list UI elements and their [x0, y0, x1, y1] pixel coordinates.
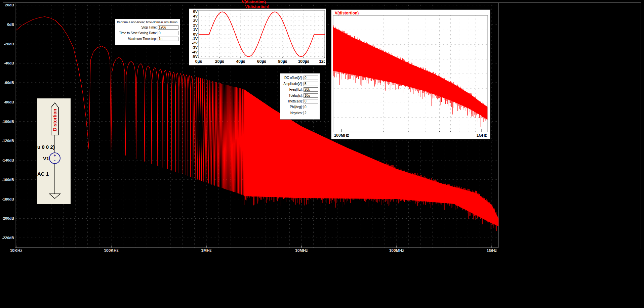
field-row: Stop Time: 120u — [115, 25, 180, 30]
start-saving-label: Time to Start Saving Data: — [119, 31, 157, 35]
stop-time-label: Stop Time: — [141, 26, 157, 29]
main-plot-title: V(distortion) — [230, 0, 277, 4]
transient-settings-dialog: Perform a non-linear, time-domain simula… — [115, 19, 180, 45]
x-tick-label: 120µs — [319, 59, 325, 64]
dialog-caption: Perform a non-linear, time-domain simula… — [115, 19, 180, 24]
y-tick-label: -40dB — [4, 61, 14, 65]
y-tick-label: -3V — [192, 45, 198, 49]
fft-zoom-inset-panel[interactable]: V(distortion) 100MHz1GHz — [331, 9, 490, 139]
start-saving-input[interactable]: 0 — [158, 31, 178, 35]
y-tick-label: 4V — [193, 14, 198, 18]
source-value-text[interactable]: u 0 0 2) — [37, 144, 55, 150]
field-row: Phi[deg]: 0 — [280, 105, 320, 109]
ncycles-label: Ncycles: — [290, 111, 303, 115]
minus-sign: - — [54, 158, 55, 163]
amplitude-input[interactable]: 5 — [304, 82, 318, 86]
y-tick-label: 0dB — [7, 23, 14, 27]
phi-label: Phi[deg]: — [290, 105, 303, 109]
tdelay-input[interactable]: 10u — [304, 93, 318, 98]
x-tick-label: 40µs — [236, 59, 245, 64]
tran-y-labels: 5V4V3V2V1V0V-1V-2V-3V-4V-5V — [192, 10, 198, 58]
y-tick-label: 3V — [193, 19, 198, 23]
y-tick-label: -20dB — [4, 42, 14, 46]
y-tick-label: -1V — [192, 37, 198, 41]
dc-offset-label: DC offset[V]: — [284, 76, 303, 80]
ncycles-input[interactable]: 2 — [304, 111, 318, 115]
main-x-axis-labels: 10KHz100KHz1MHz10MHz100MHz1GHz — [10, 246, 497, 253]
transient-inset-panel[interactable]: 5V4V3V2V1V0V-1V-2V-3V-4V-5V0µs20µs40µs60… — [189, 8, 326, 65]
y-tick-label: 20dB — [5, 3, 14, 7]
y-tick-label: -2V — [192, 41, 198, 45]
x-tick-label: 100KHz — [104, 248, 118, 253]
theta-label: Theta[1/s]: — [287, 99, 303, 103]
freq-label: Freq[Hz]: — [289, 88, 303, 91]
stop-time-input[interactable]: 120u — [158, 25, 178, 30]
x-tick-label: 1GHz — [477, 133, 487, 138]
x-tick-label: 100MHz — [334, 133, 349, 138]
y-tick-label: -140dB — [2, 158, 14, 162]
amplitude-label: Amplitude[V]: — [283, 82, 303, 86]
y-tick-label: -120dB — [2, 139, 14, 143]
field-row: Theta[1/s]: 0 — [280, 99, 320, 103]
y-tick-label: 1V — [193, 28, 198, 32]
x-tick-label: 10KHz — [10, 248, 23, 253]
x-tick-label: 1MHz — [201, 248, 211, 253]
y-tick-label: -5V — [192, 54, 198, 58]
phi-input[interactable]: 0 — [304, 105, 318, 109]
y-tick-label: 5V — [193, 10, 198, 14]
x-tick-label: 60µs — [257, 59, 266, 64]
source-designator[interactable]: V1 — [43, 156, 49, 161]
source-ac-spec[interactable]: AC 1 — [37, 171, 49, 177]
y-tick-label: -200dB — [2, 216, 14, 220]
y-tick-label: -180dB — [2, 197, 14, 201]
zoom-band — [333, 27, 487, 120]
y-tick-label: -160dB — [2, 178, 14, 182]
field-row: Tdelay[s]: 10u — [280, 93, 320, 98]
field-row: Freq[Hz]: 20k — [280, 87, 320, 92]
main-y-axis-labels: 20dB0dB-20dB-40dB-60dB-80dB-100dB-120dB-… — [2, 3, 14, 240]
zoom-x-labels: 100MHz1GHz — [334, 129, 487, 138]
max-timestep-input[interactable]: 1n — [158, 37, 178, 41]
y-tick-label: -100dB — [2, 120, 14, 124]
sine-source-dialog: DC offset[V]: 0 Amplitude[V]: 5 Freq[Hz]… — [280, 73, 320, 120]
y-tick-label: 2V — [193, 23, 198, 27]
x-tick-label: 1GHz — [487, 248, 497, 253]
field-row: Time to Start Saving Data: 0 — [115, 31, 180, 35]
theta-input[interactable]: 0 — [304, 99, 318, 103]
y-tick-label: -60dB — [4, 81, 14, 85]
net-label-text[interactable]: Distortion — [52, 109, 57, 131]
ground-symbol[interactable] — [49, 194, 60, 199]
x-tick-label: 20µs — [215, 59, 224, 64]
y-tick-label: 0V — [193, 32, 198, 36]
x-tick-label: 80µs — [278, 59, 287, 64]
field-row: DC offset[V]: 0 — [280, 76, 320, 80]
tran-x-labels: 0µs20µs40µs60µs80µs100µs120µs — [195, 57, 325, 64]
x-tick-label: 10MHz — [295, 248, 308, 253]
schematic-fragment[interactable]: Distortion u 0 0 2) + - V1 AC 1 — [37, 98, 71, 204]
max-timestep-label: Maximum Timestep: — [128, 37, 157, 41]
ltspice-window: 20dB0dB-20dB-40dB-60dB-80dB-100dB-120dB-… — [0, 0, 644, 308]
plus-sign: + — [53, 153, 56, 158]
y-tick-label: -80dB — [4, 100, 14, 104]
dc-offset-input[interactable]: 0 — [304, 76, 318, 80]
x-tick-label: 100MHz — [389, 248, 404, 253]
field-row: Maximum Timestep: 1n — [115, 37, 180, 41]
tdelay-label: Tdelay[s]: — [289, 94, 303, 97]
y-tick-label: -4V — [192, 50, 198, 54]
freq-input[interactable]: 20k — [304, 87, 318, 92]
x-tick-label: 100µs — [298, 59, 310, 64]
field-row: Amplitude[V]: 5 — [280, 82, 320, 86]
field-row: Ncycles: 2 — [280, 111, 320, 115]
y-tick-label: -220dB — [2, 236, 14, 240]
x-tick-label: 0µs — [195, 59, 202, 64]
